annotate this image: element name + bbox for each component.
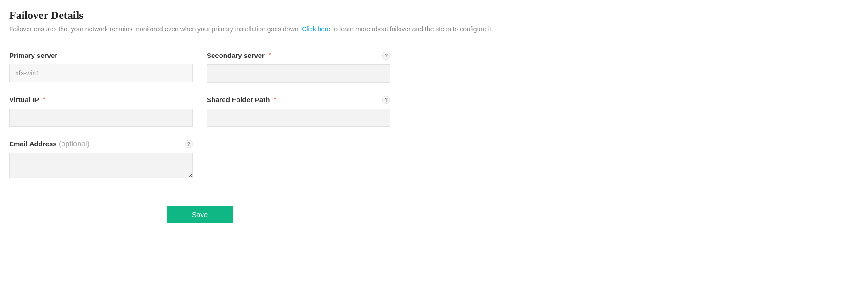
virtual-ip-label-row: Virtual IP * bbox=[9, 96, 193, 104]
primary-server-field: Primary server bbox=[9, 52, 193, 83]
page-description: Failover ensures that your network remai… bbox=[9, 25, 859, 33]
primary-server-label-row: Primary server bbox=[9, 52, 193, 59]
primary-server-input bbox=[9, 64, 193, 82]
secondary-server-input[interactable] bbox=[207, 64, 390, 83]
virtual-ip-label: Virtual IP bbox=[9, 96, 39, 103]
email-address-field: Email Address (optional) ? bbox=[9, 140, 193, 178]
email-address-label-row: Email Address (optional) ? bbox=[9, 140, 193, 148]
required-asterisk: * bbox=[274, 96, 276, 103]
help-icon[interactable]: ? bbox=[185, 140, 193, 148]
required-asterisk: * bbox=[43, 96, 45, 103]
shared-folder-path-label-row: Shared Folder Path * ? bbox=[207, 96, 390, 104]
virtual-ip-input[interactable] bbox=[9, 109, 193, 127]
form-grid: Primary server Secondary server * ? Virt… bbox=[9, 52, 859, 178]
shared-folder-path-label: Shared Folder Path bbox=[207, 96, 270, 103]
shared-folder-path-field: Shared Folder Path * ? bbox=[207, 96, 390, 127]
email-address-label: Email Address bbox=[9, 140, 57, 148]
virtual-ip-field: Virtual IP * bbox=[9, 96, 193, 127]
email-address-input[interactable] bbox=[9, 153, 193, 178]
secondary-server-field: Secondary server * ? bbox=[207, 52, 390, 83]
shared-folder-path-input[interactable] bbox=[207, 109, 390, 127]
bottom-divider bbox=[9, 192, 859, 192]
secondary-server-label-row: Secondary server * ? bbox=[207, 52, 390, 60]
section-divider bbox=[9, 42, 859, 42]
description-post-text: to learn more about failover and the ste… bbox=[331, 25, 493, 33]
save-button[interactable]: Save bbox=[167, 206, 233, 223]
optional-text: (optional) bbox=[59, 140, 90, 148]
page-title: Failover Details bbox=[9, 9, 859, 22]
description-pre-text: Failover ensures that your network remai… bbox=[9, 25, 302, 33]
required-asterisk: * bbox=[268, 52, 271, 58]
button-row: Save bbox=[9, 206, 390, 223]
secondary-server-label: Secondary server bbox=[207, 52, 265, 59]
click-here-link[interactable]: Click here bbox=[302, 25, 330, 33]
primary-server-label: Primary server bbox=[9, 52, 57, 59]
help-icon[interactable]: ? bbox=[382, 52, 390, 60]
help-icon[interactable]: ? bbox=[382, 96, 390, 104]
